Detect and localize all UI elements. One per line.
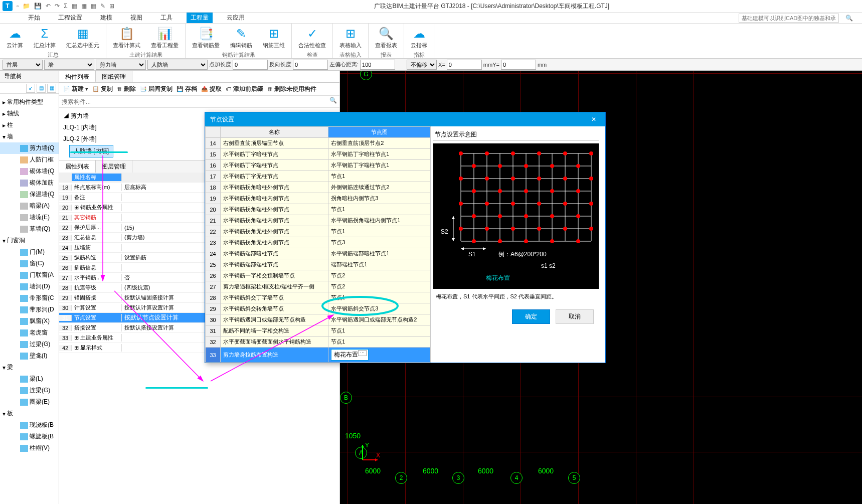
table-row[interactable]: 28水平钢筋斜交丁字墙节点节点1 [206, 292, 430, 303]
subtype-select[interactable]: 剪力墙 [96, 60, 146, 70]
tree-item[interactable]: 门(M) [0, 246, 59, 258]
tab-member-list[interactable]: 构件列表 [59, 71, 96, 82]
qat-icon[interactable]: ⊞ [109, 3, 114, 10]
member-search[interactable] [62, 97, 329, 106]
tree-item[interactable]: 门联窗(A [0, 269, 59, 281]
ribbon-合法性检查[interactable]: ✓合法性检查 [294, 25, 330, 50]
new-button[interactable]: 📄 新建 ▾ [63, 85, 88, 93]
menu-view[interactable]: 视图 [126, 13, 146, 23]
ribbon-钢筋三维[interactable]: ⊞钢筋三维 [259, 25, 289, 50]
member-select[interactable]: 人防墙 [147, 60, 208, 70]
tree-item[interactable]: 墙垛(E) [0, 212, 59, 223]
tree-item[interactable]: 螺旋板(B [0, 431, 59, 442]
tree-category[interactable]: ▾ 墙 [0, 131, 59, 142]
leftdist-input[interactable] [360, 60, 395, 70]
archive-button[interactable]: 💾 存档 [177, 85, 197, 93]
table-row[interactable]: 23水平钢筋拐角无柱内侧节点节点3 [206, 237, 430, 248]
tab-drawing[interactable]: 图纸管理 [96, 71, 132, 82]
tab-props[interactable]: 属性列表 [59, 160, 96, 173]
ribbon-编辑钢筋[interactable]: ✎编辑钢筋 [226, 25, 256, 50]
menu-quantity[interactable]: 工程量 [187, 13, 213, 23]
table-row[interactable]: 25水平钢筋端部端柱节点端部端柱节点1 [206, 259, 430, 270]
delete-button[interactable]: 🗑 删除 [117, 85, 136, 93]
table-row[interactable]: 26水平钢筋一字相交预制墙节点节点2 [206, 270, 430, 281]
qat-redo-icon[interactable]: ↷ [55, 3, 60, 10]
tree-category[interactable]: ▾ 门窗洞 [0, 235, 59, 246]
table-row[interactable]: 20水平钢筋拐角端柱外侧节点节点1 [206, 204, 430, 215]
qat-icon[interactable]: ▦ [91, 3, 96, 10]
table-row[interactable]: 19水平钢筋拐角暗柱内侧节点拐角暗柱内侧节点3 [206, 193, 430, 204]
qat-icon[interactable]: ✎ [100, 3, 105, 10]
pin-icon[interactable]: ↙ [26, 84, 35, 93]
tree-category[interactable]: ▸ 常用构件类型 [0, 96, 59, 108]
table-row[interactable]: 15水平钢筋丁字暗柱节点水平钢筋丁字暗柱节点1 [206, 149, 430, 160]
view-icon[interactable]: ▦ [47, 84, 56, 93]
copy-button[interactable]: 📋 复制 [92, 85, 113, 93]
tree-item[interactable]: 过梁(G) [0, 339, 59, 350]
x-input[interactable] [447, 60, 482, 70]
ribbon-查看钢筋量[interactable]: 📑查看钢筋量 [188, 25, 224, 50]
suffix-button[interactable]: 🏷 添加前后缀 [226, 85, 263, 93]
ribbon-查看工程量[interactable]: 📊查看工程量 [147, 25, 183, 50]
extract-button[interactable]: 📤 提取 [201, 85, 222, 93]
tree-category[interactable]: ▸ 柱 [0, 119, 59, 131]
tree-item[interactable]: 连梁(G) [0, 385, 59, 396]
menu-start[interactable]: 开始 [24, 13, 44, 23]
offset-select[interactable]: 不偏移 [407, 60, 437, 70]
tree-item[interactable]: 窗(C) [0, 258, 59, 269]
menu-model[interactable]: 建模 [96, 13, 116, 23]
ribbon-云计算[interactable]: ☁云计算 [3, 25, 27, 50]
tree-item[interactable]: 现浇板(B [0, 419, 59, 431]
menu-tools[interactable]: 工具 [156, 13, 177, 23]
tree-item[interactable]: 梁(L) [0, 373, 59, 385]
table-row[interactable]: 32水平变截面墙变截面侧水平钢筋构造节点1 [206, 337, 430, 348]
table-row[interactable]: 22水平钢筋拐角无柱外侧节点节点1 [206, 226, 430, 237]
table-row[interactable]: 30水平钢筋遇洞口或端部无节点构造水平钢筋遇洞口或端部无节点构造2 [206, 314, 430, 325]
ribbon-查看报表[interactable]: 🔍查看报表 [371, 25, 401, 50]
cancel-button[interactable]: 取消 [556, 309, 594, 324]
table-row[interactable]: 29水平钢筋斜交转角墙节点水平钢筋斜交节点3 [206, 303, 430, 314]
tree-item[interactable]: 幕墙(Q) [0, 223, 59, 235]
search-icon[interactable]: 🔍 [841, 14, 857, 23]
tree-item[interactable]: 剪力墙(Q [0, 142, 59, 154]
qat-new-icon[interactable]: ▫ [17, 3, 19, 10]
revlen-input[interactable] [293, 60, 328, 70]
menu-settings[interactable]: 工程设置 [54, 13, 86, 23]
tree-item[interactable]: 砌体墙(Q [0, 165, 59, 177]
tree-category[interactable]: ▾ 板 [0, 408, 59, 419]
qat-undo-icon[interactable]: ↶ [46, 3, 51, 10]
ribbon-云指标[interactable]: ☁云指标 [407, 25, 431, 50]
tree-item[interactable]: 砌体加筋 [0, 177, 59, 189]
tree-category[interactable]: ▾ 梁 [0, 362, 59, 373]
table-row[interactable]: 27剪力墙遇框架柱/框支柱/端柱平齐一侧节点2 [206, 281, 430, 292]
tree-item[interactable]: 老虎窗 [0, 327, 59, 339]
ribbon-汇总选中图元[interactable]: ▦汇总选中图元 [62, 25, 103, 50]
qat-sigma-icon[interactable]: Σ [64, 3, 67, 10]
tree-item[interactable]: 带形洞(D [0, 304, 59, 315]
y-input[interactable] [501, 60, 536, 70]
tree-item[interactable]: 暗梁(A) [0, 200, 59, 212]
tree-item[interactable]: 飘窗(X) [0, 315, 59, 327]
qat-open-icon[interactable]: 📁 [23, 3, 30, 10]
tree-item[interactable]: 墙洞(D) [0, 281, 59, 292]
remove-unused-button[interactable]: 🗑 删除未使用构件 [267, 85, 316, 93]
view-icon[interactable]: ▤ [37, 84, 46, 93]
layer-copy-button[interactable]: 📑 层间复制 [140, 85, 173, 93]
table-row[interactable]: 31配筋不同的墙一字相交构造节点1 [206, 325, 430, 337]
tree-item[interactable]: 柱帽(V) [0, 442, 59, 454]
ribbon-表格输入[interactable]: ⊞表格输入 [335, 25, 366, 50]
tree-item[interactable]: 壁龛(I) [0, 350, 59, 362]
help-search[interactable] [739, 14, 839, 23]
addlen-input[interactable] [233, 60, 268, 70]
tree-item[interactable]: 人防门框 [0, 154, 59, 165]
tab-layers[interactable]: 图层管理 [96, 160, 132, 173]
table-row[interactable]: 14右侧垂直筋顶层锚固节点右侧垂直筋顶层节点2 [206, 138, 430, 149]
tree-item[interactable]: 带形窗(C [0, 292, 59, 304]
table-row[interactable]: 16水平钢筋丁字端柱节点水平钢筋丁字端柱节点1 [206, 160, 430, 171]
ribbon-查看计算式[interactable]: 📋查看计算式 [109, 25, 144, 50]
tree-item[interactable]: 圈梁(E) [0, 396, 59, 408]
ribbon-汇总计算[interactable]: Σ汇总计算 [30, 25, 60, 50]
qat-icon[interactable]: ▦ [72, 3, 77, 10]
table-row[interactable]: 21水平钢筋拐角端柱内侧节点水平钢筋拐角端柱内侧节点1 [206, 215, 430, 226]
tree-category[interactable]: ▸ 轴线 [0, 108, 59, 119]
